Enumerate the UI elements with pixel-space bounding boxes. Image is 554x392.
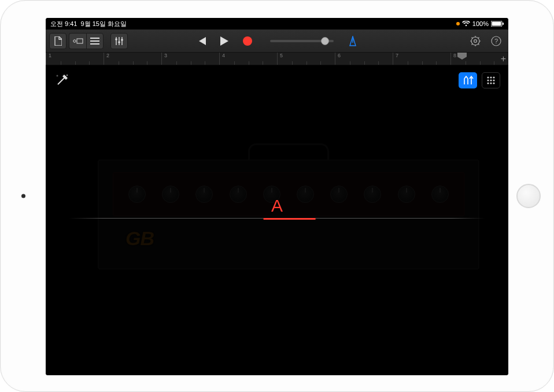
status-bar: 오전 9:41 9월 15일 화요일 100% (46, 18, 508, 29)
svg-rect-6 (90, 40, 99, 42)
browser-button[interactable] (69, 33, 86, 49)
amp-logo: GB (125, 227, 154, 250)
record-button[interactable] (239, 33, 256, 49)
track-controls-button[interactable] (110, 33, 128, 49)
chords-button[interactable] (482, 72, 500, 88)
add-section-button[interactable]: + (501, 54, 506, 64)
svg-point-12 (474, 39, 477, 42)
input-plug-icon[interactable] (54, 72, 70, 91)
tracks-button[interactable] (86, 33, 104, 49)
svg-point-21 (490, 79, 492, 81)
go-to-start-button[interactable] (193, 33, 210, 49)
svg-point-20 (487, 79, 489, 81)
ruler-bar[interactable]: 6 (335, 53, 393, 65)
ruler-bar[interactable]: 7 (393, 53, 450, 65)
svg-point-22 (493, 79, 494, 81)
ipad-frame: 오전 9:41 9월 15일 화요일 100% (0, 0, 554, 392)
ruler-bar[interactable]: 3 (161, 53, 219, 65)
tuner-button[interactable] (459, 72, 477, 88)
instrument-view: GB A (46, 65, 508, 375)
battery-icon (491, 21, 504, 27)
transport-controls (193, 33, 361, 49)
svg-rect-1 (492, 22, 501, 26)
svg-point-3 (73, 39, 75, 42)
tuner-note: A (271, 196, 283, 216)
settings-button[interactable] (467, 33, 484, 49)
wifi-icon (462, 21, 470, 27)
svg-point-9 (118, 41, 120, 43)
svg-rect-7 (90, 43, 99, 45)
amp-background: GB (98, 143, 479, 269)
status-time: 오전 9:41 (50, 20, 77, 28)
svg-point-10 (121, 39, 123, 41)
ruler-bar[interactable]: 2 (104, 53, 161, 65)
amp-knob[interactable] (297, 186, 314, 203)
svg-point-15 (57, 75, 58, 77)
svg-point-16 (67, 75, 68, 76)
svg-point-17 (487, 76, 489, 78)
amp-knob[interactable] (128, 186, 146, 203)
battery-percent: 100% (472, 20, 489, 27)
svg-point-23 (487, 82, 489, 84)
amp-knob[interactable] (195, 186, 213, 203)
tuner-indicator (264, 218, 316, 220)
master-volume-slider[interactable] (270, 40, 334, 42)
svg-point-18 (490, 76, 492, 78)
amp-knob[interactable] (364, 186, 381, 203)
playhead[interactable] (457, 53, 467, 65)
metronome-button[interactable] (344, 33, 361, 49)
main-toolbar: ? (46, 29, 508, 53)
ruler-bar[interactable]: 5 (277, 53, 335, 65)
mic-in-use-dot (456, 22, 460, 25)
amp-knob[interactable] (230, 186, 247, 203)
help-button[interactable]: ? (487, 33, 505, 49)
status-date: 9월 15일 화요일 (80, 20, 126, 28)
amp-knob[interactable] (330, 186, 348, 203)
ruler-bar[interactable]: 1 (46, 53, 104, 65)
amp-knob[interactable] (398, 186, 415, 203)
tuner-display: A (69, 210, 485, 219)
svg-rect-2 (503, 23, 504, 25)
screen: 오전 9:41 9월 15일 화요일 100% (46, 18, 508, 375)
svg-point-25 (493, 82, 494, 84)
amp-knob[interactable] (431, 186, 449, 203)
volume-thumb[interactable] (321, 37, 329, 45)
svg-point-24 (490, 82, 492, 84)
front-camera (21, 194, 25, 198)
ruler-bar[interactable]: 4 (219, 53, 277, 65)
svg-point-8 (115, 38, 117, 40)
home-button[interactable] (516, 184, 541, 208)
timeline-ruler[interactable]: 1 2 3 4 5 6 7 8 + (46, 53, 508, 65)
view-switch-group (69, 33, 104, 49)
play-button[interactable] (216, 33, 233, 49)
svg-rect-5 (90, 38, 99, 39)
amp-knob[interactable] (162, 186, 179, 203)
my-songs-button[interactable] (49, 33, 67, 49)
svg-text:?: ? (494, 38, 498, 45)
svg-rect-4 (77, 39, 83, 43)
svg-point-19 (493, 76, 494, 78)
